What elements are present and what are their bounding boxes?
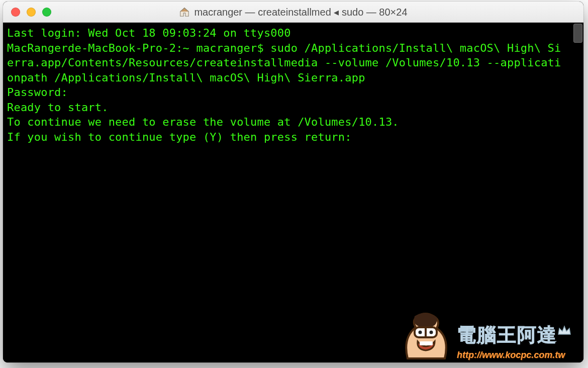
window-title-wrap: macranger — createinstallmed ◂ sudo — 80… — [3, 6, 583, 18]
svg-rect-4 — [420, 341, 433, 345]
watermark: 電腦王阿達 http://www.kocpc.com.tw — [398, 310, 571, 360]
watermark-cn: 電腦王阿達 — [457, 322, 557, 348]
zoom-button[interactable] — [42, 8, 51, 17]
mascot-icon — [398, 310, 453, 360]
terminal-body[interactable]: Last login: Wed Oct 18 09:03:24 on ttys0… — [3, 23, 583, 362]
terminal-output: Last login: Wed Oct 18 09:03:24 on ttys0… — [3, 23, 566, 144]
terminal-window: macranger — createinstallmed ◂ sudo — 80… — [3, 2, 583, 362]
titlebar[interactable]: macranger — createinstallmed ◂ sudo — 80… — [3, 2, 583, 23]
scrollbar[interactable] — [572, 23, 583, 362]
home-icon — [179, 7, 190, 18]
watermark-url: http://www.kocpc.com.tw — [457, 350, 565, 360]
svg-rect-0 — [415, 327, 437, 337]
close-button[interactable] — [11, 8, 20, 17]
svg-point-2 — [419, 331, 422, 334]
watermark-text: 電腦王阿達 http://www.kocpc.com.tw — [457, 322, 571, 360]
crown-icon — [557, 319, 571, 330]
window-controls — [3, 8, 51, 17]
scrollbar-thumb[interactable] — [573, 24, 582, 43]
svg-point-3 — [430, 331, 433, 334]
window-title: macranger — createinstallmed ◂ sudo — 80… — [194, 6, 407, 18]
minimize-button[interactable] — [27, 8, 36, 17]
